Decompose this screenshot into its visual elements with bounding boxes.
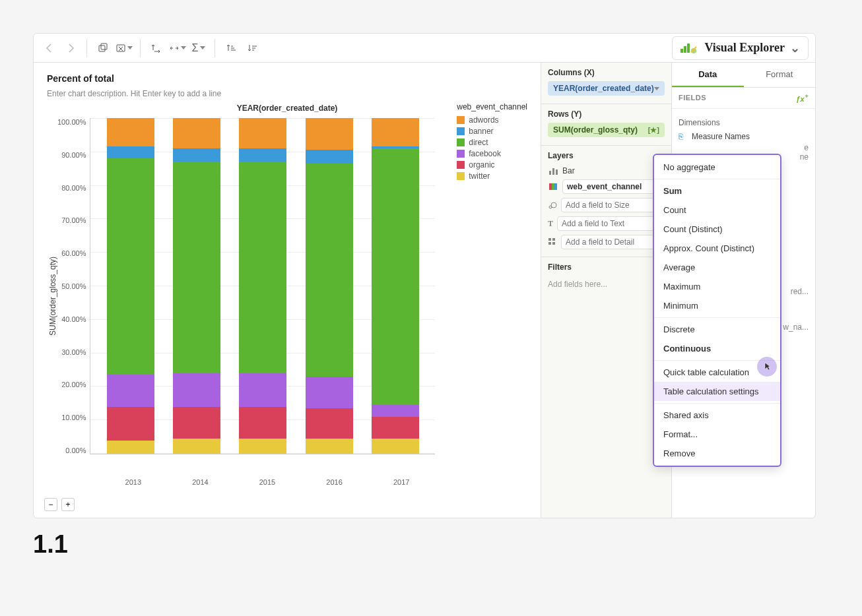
layer-text-row[interactable]: T [548,214,665,233]
svg-rect-10 [549,183,552,190]
rows-pill[interactable]: SUM(order_gloss_qty) [★] [548,123,665,137]
legend-item-facebook[interactable]: facebook [457,149,527,158]
legend-item-twitter[interactable]: twitter [457,171,527,181]
svg-rect-16 [552,238,555,241]
svg-rect-18 [552,242,555,245]
cursor-indicator [757,357,777,377]
menu-item-sum[interactable]: Sum [654,181,780,200]
segment-direct [173,162,220,373]
fx-button[interactable]: ƒx+ [796,93,809,103]
context-menu: No aggregateSumCountCount (Distinct)Appr… [653,154,781,467]
forward-button[interactable] [61,39,80,57]
filters-header: Filters [548,262,665,272]
menu-item-table-calculation-settings[interactable]: Table calculation settings [654,382,780,401]
filters-panel: Filters Add fields here... [541,257,671,518]
rows-header: Rows (Y) [548,109,665,119]
tab-data[interactable]: Data [672,63,744,87]
brand-icon [680,42,699,54]
svg-point-14 [551,202,556,208]
field-measure-names[interactable]: ⎘Measure Names [679,130,809,143]
menu-item-approx-count-distinct-[interactable]: Approx. Count (Distinct) [654,239,780,258]
bar-2017[interactable] [372,118,419,454]
bar-2015[interactable] [239,118,286,454]
svg-rect-8 [552,168,554,175]
segment-direct [239,162,286,373]
svg-rect-15 [548,238,551,241]
rows-pill-tag: [★] [648,126,659,135]
segment-direct [306,164,353,377]
duplicate-icon[interactable] [94,39,112,57]
menu-item-count-distinct-[interactable]: Count (Distinct) [654,220,780,239]
x-axis-ticks: 20132014201520162017 [100,474,435,486]
legend-item-banner[interactable]: banner [457,127,527,136]
chevron-down-icon [654,87,659,90]
menu-item-continuous[interactable]: Continuous [654,339,780,358]
menu-item-discrete[interactable]: Discrete [654,320,780,339]
bar-2014[interactable] [173,118,220,454]
rows-pill-label: SUM(order_gloss_qty) [553,125,638,135]
segment-adwords [306,118,353,150]
toolbar: Σ Visual Explorer ⌄ [34,34,815,63]
brand-selector[interactable]: Visual Explorer ⌄ [672,36,809,60]
y-axis-label: SUM(order_gloss_qty) [47,118,57,474]
segment-organic [239,407,286,439]
menu-item-count[interactable]: Count [654,200,780,220]
size-icon [548,200,557,210]
segment-adwords [107,118,154,146]
bar-2013[interactable] [107,118,154,454]
menu-item-average[interactable]: Average [654,258,780,277]
menu-item-shared-axis[interactable]: Shared axis [654,406,780,425]
zoom-out-button[interactable]: − [44,498,57,511]
legend: web_event_channel adwordsbannerdirectfac… [457,102,527,183]
legend-item-adwords[interactable]: adwords [457,115,527,125]
segment-adwords [173,118,220,148]
chevron-down-icon: ⌄ [790,41,800,55]
legend-item-direct[interactable]: direct [457,138,527,147]
svg-rect-0 [99,46,105,51]
layer-type-row[interactable]: Bar [548,164,665,177]
dimensions-header: Dimensions [679,118,809,127]
segment-twitter [107,441,154,454]
menu-item-remove[interactable]: Remove [654,444,780,463]
segment-facebook [372,405,419,417]
layer-text-input[interactable] [557,216,665,231]
sigma-icon[interactable]: Σ [189,39,208,57]
fields-header: FIELDS [679,94,706,102]
layer-size-row[interactable] [548,196,665,214]
menu-item-format-[interactable]: Format... [654,425,780,444]
chart-description[interactable]: Enter chart description. Hit Enter key t… [47,89,527,98]
menu-item-minimum[interactable]: Minimum [654,296,780,315]
layers-panel: Layers Bar web_event_channel T [541,146,671,257]
zoom-controls: − + [44,498,75,511]
svg-rect-11 [552,183,554,190]
layers-header: Layers [548,151,665,160]
svg-rect-17 [548,242,551,245]
columns-pill[interactable]: YEAR(order_created_date) [548,81,665,96]
segment-banner [107,146,154,158]
zoom-in-button[interactable]: + [61,498,75,511]
svg-rect-7 [549,171,551,175]
back-button[interactable] [40,39,59,57]
segment-facebook [306,377,353,408]
segment-organic [107,407,154,441]
detail-icon [548,237,557,247]
bar-2016[interactable] [306,118,353,454]
chart-title[interactable]: Percent of total [47,73,527,84]
tab-format[interactable]: Format [744,63,816,87]
layer-color-row[interactable]: web_event_channel [548,177,665,196]
swap-axes-icon[interactable] [147,39,166,57]
filters-placeholder[interactable]: Add fields here... [548,276,665,293]
legend-item-organic[interactable]: organic [457,160,527,169]
sort-asc-icon[interactable] [222,39,240,57]
rows-panel: Rows (Y) SUM(order_gloss_qty) [★] [541,104,671,146]
fit-icon[interactable] [168,39,187,57]
chart-body: SUM(order_gloss_qty) 100.00%90.00%80.00%… [47,118,527,474]
y-axis-ticks: 100.00%90.00%80.00%70.00%60.00%50.00%40.… [57,118,90,454]
menu-item-maximum[interactable]: Maximum [654,277,780,296]
layer-detail-row[interactable] [548,233,665,251]
plot-area[interactable] [90,118,435,454]
menu-item-no-aggregate[interactable]: No aggregate [654,158,780,177]
delete-sheet-icon[interactable] [115,39,133,57]
sort-desc-icon[interactable] [243,39,261,57]
svg-rect-12 [554,183,557,190]
